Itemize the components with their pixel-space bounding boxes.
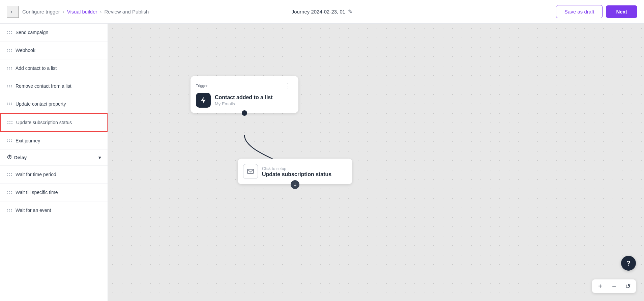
header: ← Configure trigger › Visual builder › R… — [0, 0, 644, 24]
sidebar-item-remove-contact-from-list[interactable]: Remove contact from a list — [0, 77, 108, 95]
sidebar-item-exit-journey[interactable]: Exit journey — [0, 132, 108, 150]
back-button[interactable]: ← — [7, 6, 19, 18]
delay-section-header[interactable]: ⏱ Delay ▾ — [0, 150, 108, 166]
zoom-reset-button[interactable]: ↺ — [622, 281, 633, 292]
sidebar-item-label: Wait for time period — [16, 172, 56, 177]
sidebar: Send campaign Webhook Add contact to a l… — [0, 24, 108, 301]
sidebar-item-wait-for-an-event[interactable]: Wait for an event — [0, 201, 108, 219]
sidebar-item-label: Update subscription status — [16, 120, 72, 125]
drag-handle-icon — [7, 49, 11, 52]
sidebar-item-add-contact-to-list[interactable]: Add contact to a list — [0, 59, 108, 77]
node-text: Contact added to a list My Emails — [215, 94, 273, 106]
node-content: Click to setup Update subscription statu… — [243, 164, 347, 179]
journey-title-area: Journey 2024-02-23, 01 ✎ — [292, 8, 352, 15]
action-icon — [243, 164, 258, 179]
action-node[interactable]: Click to setup Update subscription statu… — [238, 159, 352, 184]
zoom-separator-2 — [621, 283, 621, 290]
sidebar-item-label: Wait till specific time — [16, 190, 58, 195]
visual-canvas[interactable]: Trigger ⋮ Contact added to a list My Ema… — [108, 24, 644, 301]
node-label: Trigger ⋮ — [196, 81, 293, 90]
breadcrumb-sep-1: › — [63, 9, 64, 15]
drag-handle-icon — [7, 103, 11, 105]
journey-title: Journey 2024-02-23, 01 — [292, 9, 345, 15]
next-button[interactable]: Next — [606, 5, 637, 18]
save-draft-button[interactable]: Save as draft — [556, 5, 603, 18]
trigger-more-button[interactable]: ⋮ — [283, 81, 293, 90]
drag-handle-icon — [7, 121, 12, 124]
sidebar-item-label: Remove contact from a list — [16, 83, 71, 89]
sidebar-item-label: Update contact property — [16, 101, 66, 107]
action-text: Click to setup Update subscription statu… — [262, 165, 331, 177]
main-layout: Send campaign Webhook Add contact to a l… — [0, 24, 644, 301]
trigger-subtitle: My Emails — [215, 101, 273, 106]
drag-handle-icon — [7, 31, 11, 34]
sidebar-item-update-subscription-status[interactable]: Update subscription status — [0, 113, 108, 132]
node-content: Contact added to a list My Emails — [196, 93, 293, 108]
sidebar-item-label: Send campaign — [16, 30, 48, 35]
drag-handle-icon — [7, 139, 11, 142]
click-to-setup-label: Click to setup — [262, 166, 286, 171]
sidebar-item-wait-for-time-period[interactable]: Wait for time period — [0, 166, 108, 184]
help-button[interactable]: ? — [621, 256, 636, 271]
action-bottom-connector — [291, 180, 299, 189]
drag-handle-icon — [7, 209, 11, 212]
zoom-out-button[interactable]: − — [609, 281, 619, 292]
breadcrumb-visual-builder[interactable]: Visual builder — [67, 9, 97, 15]
drag-handle-icon — [7, 191, 11, 194]
sidebar-item-wait-till-specific-time[interactable]: Wait till specific time — [0, 184, 108, 201]
breadcrumb: Configure trigger › Visual builder › Rev… — [22, 9, 149, 15]
drag-handle-icon — [7, 173, 11, 176]
trigger-icon — [196, 93, 211, 108]
sidebar-item-webhook[interactable]: Webhook — [0, 42, 108, 59]
trigger-bottom-connector — [242, 110, 247, 116]
drag-handle-icon — [7, 85, 11, 87]
zoom-controls: + − ↺ — [592, 279, 636, 293]
edit-icon[interactable]: ✎ — [348, 8, 352, 15]
breadcrumb-configure[interactable]: Configure trigger — [22, 9, 60, 15]
sidebar-item-label: Wait for an event — [16, 208, 51, 213]
zoom-separator — [607, 283, 607, 290]
sidebar-item-send-campaign[interactable]: Send campaign — [0, 24, 108, 42]
header-actions: Save as draft Next — [556, 5, 637, 18]
sidebar-item-label: Webhook — [16, 48, 35, 53]
sidebar-item-label: Exit journey — [16, 138, 40, 143]
clock-icon: ⏱ — [7, 155, 12, 161]
trigger-node[interactable]: Trigger ⋮ Contact added to a list My Ema… — [191, 76, 298, 113]
action-title: Update subscription status — [262, 171, 331, 177]
breadcrumb-review[interactable]: Review and Publish — [105, 9, 149, 15]
zoom-in-button[interactable]: + — [595, 281, 606, 292]
chevron-down-icon: ▾ — [98, 155, 101, 160]
connector-svg — [108, 24, 644, 301]
breadcrumb-sep-2: › — [100, 9, 102, 15]
drag-handle-icon — [7, 67, 11, 70]
sidebar-item-update-contact-property[interactable]: Update contact property — [0, 95, 108, 113]
sidebar-item-label: Add contact to a list — [16, 65, 57, 71]
delay-section-label: Delay — [14, 155, 27, 160]
trigger-title: Contact added to a list — [215, 94, 273, 101]
